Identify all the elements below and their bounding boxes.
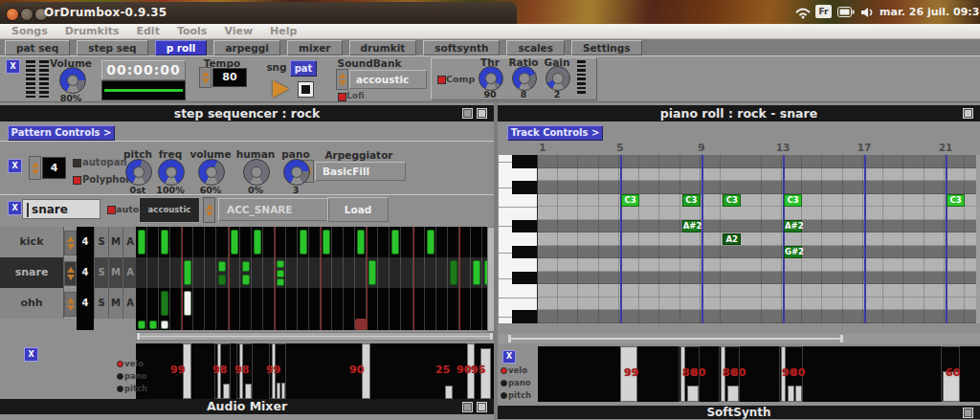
velocity-bar[interactable] xyxy=(223,384,230,399)
bank-button[interactable]: accoustic xyxy=(139,197,200,223)
black-key[interactable] xyxy=(512,181,537,194)
step-cells[interactable] xyxy=(136,319,494,330)
grid-row-Gs2[interactable] xyxy=(538,246,976,259)
spin-up-icon[interactable] xyxy=(67,236,75,242)
spin-down-icon[interactable] xyxy=(67,305,75,311)
grid-row-Ds3[interactable] xyxy=(538,155,976,168)
step-note[interactable] xyxy=(231,230,238,254)
grid-row-Fs2[interactable] xyxy=(538,272,976,285)
black-key[interactable] xyxy=(512,246,537,259)
minimize-frame-icon[interactable] xyxy=(462,108,473,119)
step-note[interactable] xyxy=(138,230,145,254)
step-note[interactable] xyxy=(149,321,157,329)
piano-roll-hscrollbar[interactable] xyxy=(499,334,980,343)
grid-row-Cs3[interactable] xyxy=(538,181,976,194)
track-a-button[interactable]: A xyxy=(122,257,137,288)
pattern-controls-button[interactable]: Pattern Controls > xyxy=(8,125,115,141)
velocity-bar[interactable] xyxy=(727,386,739,402)
keyboard-layout-indicator[interactable]: Fr xyxy=(815,5,832,18)
track-s-button[interactable]: S xyxy=(94,288,108,319)
track-name[interactable]: kick xyxy=(0,227,64,257)
step-note[interactable] xyxy=(161,291,168,316)
pitch-radio[interactable] xyxy=(501,392,507,399)
freq-knob[interactable] xyxy=(158,159,185,186)
clock[interactable]: mar. 26 juil. 09:30 xyxy=(880,6,980,18)
grid-row-Ds2[interactable] xyxy=(538,310,976,323)
pano-radio[interactable] xyxy=(501,380,507,387)
black-key[interactable] xyxy=(512,310,537,323)
step-note[interactable] xyxy=(184,291,191,316)
piano-roll-vscrollbar[interactable] xyxy=(976,155,980,323)
sample-spinner[interactable] xyxy=(203,197,215,223)
velocity-bar[interactable] xyxy=(687,386,699,402)
stop-button[interactable] xyxy=(299,82,313,97)
step-note[interactable] xyxy=(218,275,226,285)
window-minimize-button[interactable] xyxy=(20,8,33,21)
track-a-button[interactable]: A xyxy=(122,227,137,257)
velocity-lane[interactable]: 9998989990259095 xyxy=(136,343,494,399)
track-subdiv-spinner[interactable] xyxy=(64,292,77,317)
track-m-button[interactable]: M xyxy=(108,288,122,319)
velocity-close-button[interactable]: X xyxy=(24,347,38,362)
comp-checkbox[interactable] xyxy=(437,76,446,84)
velo-radio[interactable] xyxy=(501,367,507,374)
step-cells[interactable] xyxy=(136,257,494,288)
black-key[interactable] xyxy=(512,272,537,285)
volume-knob[interactable] xyxy=(198,159,225,186)
ratio-knob[interactable] xyxy=(512,66,537,91)
grid-row-A2[interactable] xyxy=(538,232,976,246)
soundbank-value[interactable]: accoustic xyxy=(349,70,427,89)
piano-roll-note[interactable]: A#2 xyxy=(784,220,802,232)
track-s-button[interactable]: S xyxy=(94,227,108,257)
step-note[interactable] xyxy=(427,230,434,254)
auto-checkbox[interactable] xyxy=(107,206,116,214)
polyphonic-checkbox[interactable] xyxy=(73,176,81,185)
black-key[interactable] xyxy=(512,155,537,168)
pr-velocity-close-button[interactable]: X xyxy=(502,350,516,364)
steps-spinner[interactable] xyxy=(29,156,41,180)
velocity-bar[interactable] xyxy=(245,384,252,399)
maximize-frame-icon[interactable] xyxy=(963,408,973,418)
spin-up-icon[interactable] xyxy=(67,298,75,303)
minimize-frame-icon[interactable] xyxy=(462,402,473,412)
piano-roll-note[interactable]: C3 xyxy=(682,194,701,207)
sample-name-field[interactable]: ACC_SNARE xyxy=(218,198,329,221)
velocity-bar[interactable] xyxy=(795,386,802,402)
tab-p-roll[interactable]: p roll xyxy=(155,40,208,55)
maximize-frame-icon[interactable] xyxy=(477,402,487,412)
piano-roll-note[interactable]: A2 xyxy=(723,233,741,246)
step-grid-hscrollbar[interactable] xyxy=(136,332,494,341)
step-note[interactable] xyxy=(254,230,261,254)
pattern-mode-button[interactable]: pat xyxy=(290,60,317,77)
track-name-field[interactable]: snare xyxy=(22,199,100,219)
step-note[interactable] xyxy=(277,278,284,286)
pitch-radio[interactable] xyxy=(117,386,123,392)
pano-radio[interactable] xyxy=(117,373,123,380)
track-m-button[interactable]: M xyxy=(108,227,122,257)
menu-edit[interactable]: Edit xyxy=(136,25,159,37)
maximize-frame-icon[interactable] xyxy=(477,108,487,119)
menu-help[interactable]: Help xyxy=(270,25,297,37)
step-note[interactable] xyxy=(161,321,168,329)
velo-radio[interactable] xyxy=(117,361,123,367)
grid-row-F2[interactable] xyxy=(538,284,976,298)
volume-icon[interactable] xyxy=(860,7,875,18)
piano-roll-note[interactable]: A#2 xyxy=(682,220,701,232)
step-note[interactable] xyxy=(357,230,365,254)
tab-mixer[interactable]: mixer xyxy=(287,40,343,55)
piano-keyboard[interactable] xyxy=(499,155,538,323)
sound-row-close-button[interactable]: X xyxy=(8,201,22,215)
piano-roll-note[interactable]: C3 xyxy=(784,194,802,207)
velocity-bar[interactable] xyxy=(277,383,280,399)
panel-divider[interactable] xyxy=(494,100,498,420)
piano-roll-note[interactable]: C3 xyxy=(947,194,965,207)
grid-row-C3[interactable] xyxy=(538,194,976,208)
lofi-checkbox[interactable] xyxy=(338,93,346,101)
piano-roll-grid[interactable]: C3C3C3C3C3A#2A#2A2G#2 xyxy=(538,155,976,323)
transport-close-button[interactable]: X xyxy=(6,59,20,74)
track-subdiv-value[interactable]: 4 xyxy=(77,257,94,288)
tab-pat-seq[interactable]: pat seq xyxy=(5,40,70,55)
step-cells[interactable] xyxy=(136,227,494,257)
velocity-bar[interactable] xyxy=(281,383,285,399)
menu-tools[interactable]: Tools xyxy=(177,25,207,37)
